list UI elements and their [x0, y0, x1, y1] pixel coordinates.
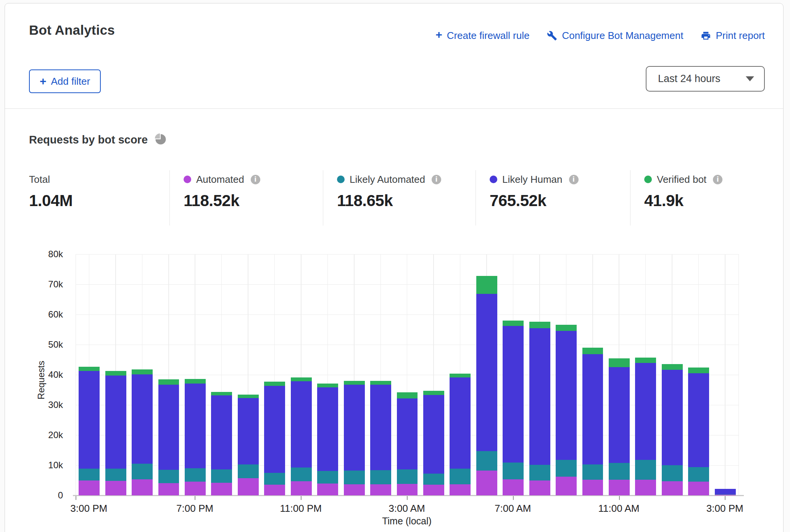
plot-area [76, 254, 739, 495]
segment-likely-automated [582, 464, 603, 480]
info-icon[interactable]: i [569, 175, 579, 184]
info-icon[interactable]: i [713, 175, 722, 184]
segment-likely-human [582, 354, 603, 464]
bar-5-00-am[interactable] [450, 374, 471, 495]
bar-8-00-am[interactable] [529, 322, 550, 495]
x-tick-mark [195, 496, 195, 500]
segment-likely-human [609, 367, 630, 463]
plus-icon: + [40, 76, 47, 87]
bar-slot-16 [500, 254, 526, 495]
y-tick-60k: 60k [21, 309, 63, 320]
x-tick-label-3-00-pm: 3:00 PM [706, 503, 743, 514]
bar-6-00-am[interactable] [476, 276, 497, 495]
segment-verified-bot [132, 369, 153, 374]
segment-verified-bot [688, 368, 709, 373]
segment-verified-bot [476, 276, 497, 294]
segment-automated [582, 480, 603, 495]
x-tick-label-3-00-pm: 3:00 PM [70, 503, 107, 514]
stat-label: Likely Human [502, 174, 563, 185]
segment-verified-bot [264, 382, 285, 386]
y-tick-0: 0 [21, 490, 63, 501]
bar-2-00-pm[interactable] [688, 368, 709, 495]
segment-verified-bot [317, 384, 338, 387]
bar-3-00-pm[interactable] [715, 489, 736, 495]
x-tick-label-7-00-am: 7:00 AM [495, 503, 531, 514]
segment-verified-bot [370, 381, 391, 385]
segment-automated [238, 478, 259, 495]
bot-analytics-page: Bot Analytics +Create firewall ruleConfi… [0, 0, 790, 532]
bar-slot-21 [632, 254, 659, 495]
bar-10-00-pm[interactable] [264, 382, 285, 495]
bar-slot-13 [421, 254, 447, 495]
segment-likely-human [238, 398, 259, 464]
bar-4-00-am[interactable] [423, 391, 444, 495]
bar-12-00-am[interactable] [317, 384, 338, 495]
bar-slot-20 [606, 254, 632, 495]
header-action-configure-bot-management[interactable]: Configure Bot Management [547, 30, 683, 42]
segment-automated [556, 477, 577, 495]
bar-8-00-pm[interactable] [211, 392, 232, 495]
bar-slot-14 [447, 254, 473, 495]
segment-automated [529, 480, 550, 496]
bar-slot-12 [394, 254, 420, 495]
y-tick-50k: 50k [21, 339, 63, 350]
stat-label: Likely Automated [350, 174, 425, 185]
segment-likely-human [635, 363, 656, 460]
stats-row: Total1.04MAutomatedi118.52kLikely Automa… [29, 170, 780, 226]
bar-slot-17 [526, 254, 553, 495]
bar-slot-18 [553, 254, 579, 495]
header-action-print-report[interactable]: Print report [701, 30, 765, 42]
bar-10-00-am[interactable] [582, 348, 603, 495]
bar-1-00-pm[interactable] [662, 364, 683, 495]
x-tick-mark [513, 496, 514, 500]
bar-3-00-pm[interactable] [79, 367, 100, 495]
time-range-select[interactable]: Last 24 hours [646, 66, 765, 92]
bar-11-00-pm[interactable] [291, 377, 312, 495]
bar-3-00-am[interactable] [397, 392, 418, 495]
bar-slot-0 [76, 254, 102, 495]
segment-likely-human [688, 373, 709, 467]
segment-likely-automated [450, 469, 471, 484]
segment-verified-bot [158, 379, 179, 385]
y-tick-40k: 40k [21, 369, 63, 380]
bar-slot-1 [102, 254, 129, 495]
segment-likely-automated [529, 465, 550, 480]
add-filter-button[interactable]: + Add filter [29, 69, 101, 93]
bar-7-00-pm[interactable] [185, 379, 206, 495]
segment-automated [211, 483, 232, 495]
stat-likely-human: Likely Humani765.52k [476, 170, 630, 226]
segment-likely-human [105, 376, 126, 468]
bar-9-00-am[interactable] [556, 325, 577, 495]
legend-dot [644, 176, 652, 183]
bar-7-00-am[interactable] [503, 321, 524, 495]
header-action-label: Create firewall rule [447, 30, 530, 42]
header-action-create-firewall-rule[interactable]: +Create firewall rule [435, 29, 529, 42]
bar-1-00-am[interactable] [344, 381, 365, 495]
info-icon[interactable]: i [251, 175, 260, 184]
info-icon[interactable]: i [432, 175, 441, 184]
y-tick-70k: 70k [21, 279, 63, 290]
segment-automated [291, 481, 312, 495]
bar-6-00-pm[interactable] [158, 379, 179, 495]
bar-12-00-pm[interactable] [635, 358, 656, 495]
bar-11-00-am[interactable] [609, 358, 630, 495]
segment-automated [635, 480, 656, 495]
segment-likely-automated [556, 460, 577, 477]
segment-likely-automated [185, 468, 206, 482]
segment-verified-bot [397, 392, 418, 398]
segment-likely-automated [423, 474, 444, 484]
segment-likely-human [264, 386, 285, 473]
segment-automated [317, 484, 338, 495]
bar-5-00-pm[interactable] [132, 369, 153, 495]
x-tick-mark [301, 496, 301, 500]
segment-automated [450, 484, 471, 495]
add-filter-label: Add filter [51, 76, 90, 87]
bar-9-00-pm[interactable] [238, 395, 259, 495]
stat-label: Total [29, 174, 50, 185]
bar-slot-23 [685, 254, 712, 495]
bar-4-00-pm[interactable] [105, 371, 126, 495]
x-tick-label-3-00-am: 3:00 AM [389, 503, 425, 514]
segment-automated [158, 483, 179, 495]
bar-slot-9 [314, 254, 341, 495]
bar-2-00-am[interactable] [370, 381, 391, 495]
